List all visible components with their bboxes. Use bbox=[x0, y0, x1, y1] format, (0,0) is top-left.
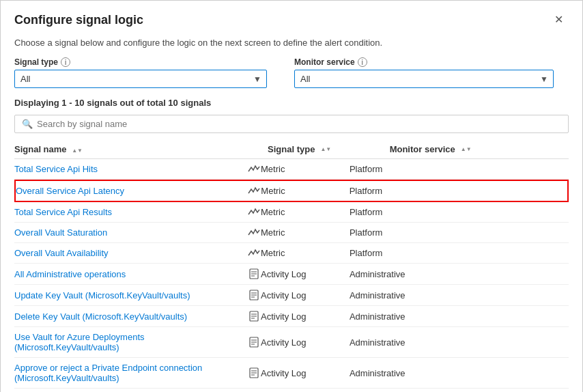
table-row[interactable]: Total Service Api Hits Metric Platform bbox=[14, 159, 569, 180]
monitor-service-info-icon[interactable]: i bbox=[358, 57, 367, 67]
signal-name-link[interactable]: Total Service Api Hits bbox=[14, 164, 247, 174]
table-row[interactable]: Overall Vault Saturation Metric Platform bbox=[14, 223, 569, 243]
table-row[interactable]: Overall Vault Availability Metric Platfo… bbox=[14, 243, 569, 264]
monitor-service-value: Administrative bbox=[350, 269, 460, 279]
monitor-service-dropdown-wrapper: All ▼ bbox=[294, 70, 554, 88]
table-row[interactable]: Update Key Vault (Microsoft.KeyVault/vau… bbox=[14, 285, 569, 306]
table-row[interactable]: All Administrative operations Activity L… bbox=[14, 264, 569, 285]
signal-name-link[interactable]: Overall Vault Availability bbox=[14, 248, 247, 258]
metric-icon bbox=[247, 228, 261, 238]
signals-info: Displaying 1 - 10 signals out of total 1… bbox=[14, 98, 569, 108]
monitor-service-value: Platform bbox=[350, 164, 460, 174]
signal-type-value: Metric bbox=[261, 164, 350, 174]
signal-type-value: Activity Log bbox=[261, 368, 350, 378]
monitor-service-value: Administrative bbox=[350, 311, 460, 322]
dropdowns-row: Signal type i All ▼ Monitor service i bbox=[14, 57, 569, 88]
signal-type-value: Metric bbox=[261, 207, 350, 217]
signal-name-link[interactable]: Approve or reject a Private Endpoint con… bbox=[14, 363, 247, 383]
monitor-service-select[interactable]: All bbox=[294, 70, 554, 88]
monitor-service-value: Administrative bbox=[350, 290, 460, 300]
signal-name-link[interactable]: Delete Key Vault (Microsoft.KeyVault/vau… bbox=[14, 311, 247, 322]
signal-name-link[interactable]: Overall Vault Saturation bbox=[14, 227, 247, 238]
activity-log-icon bbox=[247, 337, 261, 348]
signal-type-value: Activity Log bbox=[261, 290, 350, 300]
search-box: 🔍 bbox=[14, 115, 569, 133]
signal-type-info-icon[interactable]: i bbox=[61, 57, 70, 67]
activity-log-icon bbox=[247, 311, 261, 322]
signal-type-sort-icon[interactable]: ▲▼ bbox=[320, 147, 331, 152]
signal-type-group: Signal type i All ▼ bbox=[14, 57, 267, 88]
configure-signal-dialog: Configure signal logic ✕ Choose a signal… bbox=[0, 0, 583, 392]
monitor-service-value: Platform bbox=[350, 186, 460, 196]
signal-type-value: Activity Log bbox=[261, 311, 350, 322]
activity-log-icon bbox=[247, 268, 261, 279]
monitor-service-label: Monitor service i bbox=[294, 57, 554, 67]
monitor-service-value: Administrative bbox=[350, 368, 460, 378]
signal-type-dropdown-wrapper: All ▼ bbox=[14, 70, 267, 88]
metric-icon bbox=[247, 186, 261, 196]
signal-name-link[interactable]: Total Service Api Results bbox=[14, 207, 247, 217]
monitor-service-value: Platform bbox=[350, 227, 460, 238]
metric-icon bbox=[247, 165, 261, 174]
table-row[interactable]: Approve or reject a Private Endpoint con… bbox=[14, 358, 569, 389]
col-header-signal-name: Signal name ▲▼ bbox=[14, 144, 247, 154]
table-row[interactable]: Total Service Api Results Metric Platfor… bbox=[14, 202, 569, 223]
monitor-service-sort-icon[interactable]: ▲▼ bbox=[461, 147, 472, 152]
table-row[interactable]: Overall Service Api Latency Metric Platf… bbox=[14, 180, 569, 202]
dialog-body: Choose a signal below and configure the … bbox=[1, 35, 582, 392]
signal-type-value: Metric bbox=[261, 186, 349, 196]
signal-type-value: Metric bbox=[261, 248, 350, 258]
monitor-service-value: Platform bbox=[350, 248, 460, 258]
signal-type-value: Activity Log bbox=[261, 337, 350, 348]
signal-name-link[interactable]: All Administrative operations bbox=[14, 269, 247, 279]
signal-name-link[interactable]: Use Vault for Azure Deployments (Microso… bbox=[14, 332, 247, 352]
dialog-description: Choose a signal below and configure the … bbox=[14, 38, 569, 48]
signal-type-value: Metric bbox=[261, 227, 350, 238]
col-header-signal-type: Signal type ▲▼ bbox=[268, 144, 390, 154]
table-header: Signal name ▲▼ Signal type ▲▼ Monitor se… bbox=[14, 140, 569, 159]
signal-name-sort-icon[interactable]: ▲▼ bbox=[72, 148, 83, 154]
search-icon: 🔍 bbox=[22, 119, 33, 129]
signal-name-link[interactable]: Overall Service Api Latency bbox=[16, 186, 247, 196]
search-input[interactable] bbox=[37, 119, 561, 129]
signal-type-value: Activity Log bbox=[261, 269, 350, 279]
dialog-title: Configure signal logic bbox=[14, 13, 143, 27]
monitor-service-value: Platform bbox=[350, 207, 460, 217]
table-row[interactable]: Use Vault for Azure Deployments (Microso… bbox=[14, 327, 569, 358]
col-header-monitor-service: Monitor service ▲▼ bbox=[390, 144, 500, 154]
signal-type-label: Signal type i bbox=[14, 57, 267, 67]
table-row[interactable]: Delete Key Vault (Microsoft.KeyVault/vau… bbox=[14, 306, 569, 327]
signal-type-select[interactable]: All bbox=[14, 70, 267, 88]
dialog-header: Configure signal logic ✕ bbox=[1, 1, 582, 35]
close-button[interactable]: ✕ bbox=[549, 12, 569, 28]
monitor-service-group: Monitor service i All ▼ bbox=[294, 57, 554, 88]
signal-name-link[interactable]: Update Key Vault (Microsoft.KeyVault/vau… bbox=[14, 290, 247, 300]
table-rows-container: Total Service Api Hits Metric Platform O… bbox=[14, 159, 569, 389]
metric-icon bbox=[247, 208, 261, 217]
activity-log-icon bbox=[247, 290, 261, 300]
metric-icon bbox=[247, 249, 261, 258]
signal-table: Signal name ▲▼ Signal type ▲▼ Monitor se… bbox=[14, 140, 569, 389]
activity-log-icon bbox=[247, 367, 261, 378]
monitor-service-value: Administrative bbox=[350, 337, 460, 348]
